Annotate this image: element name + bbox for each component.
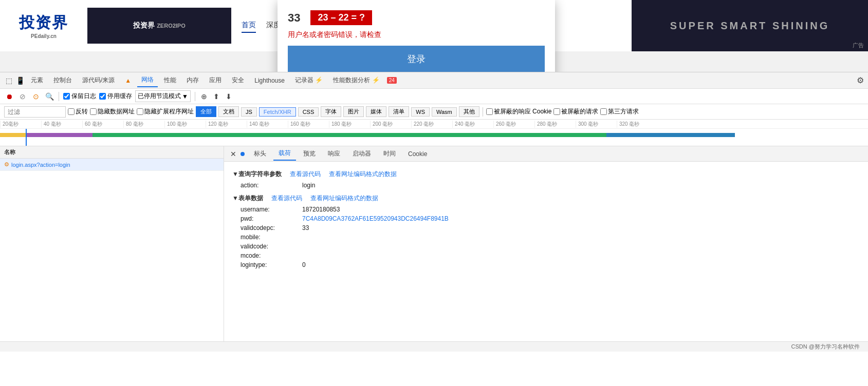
request-detail: ✕ 标头 载荷 预览 响应 启动器 时间 Cookie ▼查询字符串参数 查看源…: [224, 146, 868, 341]
login-button[interactable]: 登录: [288, 46, 545, 72]
throttle-dropdown[interactable]: 已停用节流模式 ▼: [135, 90, 191, 102]
tab-memory[interactable]: 内存: [182, 74, 203, 87]
form-logintype-key: logintype:: [241, 261, 302, 268]
row-icon: ⚙: [4, 161, 9, 168]
clear-button[interactable]: ⊘: [17, 91, 28, 102]
third-party-label[interactable]: 第三方请求: [600, 107, 639, 116]
tab-application[interactable]: 应用: [205, 74, 226, 87]
preserve-log-label[interactable]: 保留日志: [63, 92, 96, 101]
type-css[interactable]: CSS: [298, 107, 319, 117]
type-fetch-xhr[interactable]: Fetch/XHR: [259, 107, 296, 117]
type-wasm[interactable]: Wasm: [432, 107, 457, 117]
blocked-cookie-label[interactable]: 被屏蔽的响应 Cookie: [486, 107, 552, 116]
tab-sources[interactable]: 源代码/来源: [78, 74, 119, 87]
mark-300: 300 毫秒: [576, 121, 617, 128]
query-encoded-link[interactable]: 查看网址编码格式的数据: [329, 170, 397, 179]
error-badge: 24: [387, 77, 397, 84]
tab-network[interactable]: 网络: [137, 73, 158, 87]
tab-elements[interactable]: 元素: [27, 74, 47, 87]
network-header: 名称: [0, 146, 224, 159]
col-name-header: 名称: [0, 148, 224, 156]
blocked-req-checkbox[interactable]: [553, 108, 560, 115]
bar-yellow: [0, 133, 26, 137]
preserve-log-checkbox[interactable]: [63, 93, 70, 100]
blocked-cookie-checkbox[interactable]: [486, 108, 493, 115]
type-doc[interactable]: 文档: [218, 106, 239, 117]
nav-tab-home[interactable]: 首页: [242, 18, 256, 33]
disable-cache-label[interactable]: 停用缓存: [99, 92, 132, 101]
form-section-header: ▼表单数据 查看源代码 查看网址编码格式的数据: [232, 194, 860, 203]
type-font[interactable]: 字体: [321, 106, 341, 117]
close-button[interactable]: ✕: [228, 149, 238, 159]
settings-gear-icon[interactable]: ⚙: [857, 75, 864, 85]
type-manifest[interactable]: 清单: [389, 106, 409, 117]
separator-3: [483, 107, 483, 117]
tab-lighthouse[interactable]: Lighthouse: [250, 75, 289, 86]
form-username-value: 18720180853: [302, 206, 340, 213]
tab-header[interactable]: 标头: [249, 147, 271, 160]
throttle-text: 已停用节流模式: [138, 92, 181, 101]
form-source-link[interactable]: 查看源代码: [271, 194, 302, 203]
detail-content: ▼查询字符串参数 查看源代码 查看网址编码格式的数据 action: login…: [224, 162, 868, 274]
form-encoded-link[interactable]: 查看网址编码格式的数据: [310, 194, 378, 203]
invert-checkbox[interactable]: [68, 108, 75, 115]
upload-icon[interactable]: ⬆: [212, 92, 221, 101]
query-source-link[interactable]: 查看源代码: [290, 170, 321, 179]
network-row[interactable]: ⚙ login.aspx?action=login: [0, 159, 224, 171]
tab-initiator[interactable]: 启动器: [347, 147, 376, 160]
device-icon[interactable]: 📱: [15, 76, 25, 85]
mark-40: 40 毫秒: [41, 121, 82, 128]
form-mobile-key: mobile:: [241, 234, 302, 241]
type-js[interactable]: JS: [241, 107, 257, 117]
type-media[interactable]: 媒体: [366, 106, 386, 117]
tab-console[interactable]: 控制台: [49, 74, 76, 87]
mark-60: 60 毫秒: [82, 121, 123, 128]
download-icon[interactable]: ⬇: [224, 92, 233, 101]
tab-performance[interactable]: 性能: [160, 74, 180, 87]
bottom-bar: CSDN @努力学习名种软件: [0, 341, 868, 352]
form-pwd-value: 7C4A8D09CA3762AF61E59520943DC26494F8941B: [302, 215, 449, 222]
banner-area: 投资界 ZERO2IPO: [87, 8, 231, 44]
filter-input[interactable]: [4, 106, 66, 118]
disable-cache-text: 停用缓存: [107, 92, 132, 101]
tab-preview[interactable]: 预览: [298, 147, 321, 160]
tab-security[interactable]: 安全: [228, 74, 248, 87]
invert-text: 反转: [76, 107, 88, 116]
tab-response[interactable]: 响应: [323, 147, 345, 160]
tab-recorder[interactable]: 记录器 ⚡: [291, 74, 327, 87]
hide-ext-url-label[interactable]: 隐藏扩展程序网址: [137, 107, 194, 116]
hide-data-url-label[interactable]: 隐藏数据网址: [90, 107, 135, 116]
mark-100: 100 毫秒: [164, 121, 206, 128]
hide-ext-url-checkbox[interactable]: [137, 108, 143, 115]
error-message: 用户名或者密码错误，请检查: [288, 30, 545, 40]
tab-perf-analysis[interactable]: 性能数据分析 ⚡: [329, 74, 383, 87]
preserve-log-text: 保留日志: [71, 92, 96, 101]
cursor-icon[interactable]: ⬚: [4, 76, 13, 85]
type-img[interactable]: 图片: [343, 106, 364, 117]
invert-label[interactable]: 反转: [68, 107, 88, 116]
mark-260: 260 毫秒: [493, 121, 534, 128]
captcha-number: 33: [288, 11, 300, 25]
search-button[interactable]: 🔍: [44, 91, 54, 102]
hide-data-url-checkbox[interactable]: [90, 108, 97, 115]
query-toggle[interactable]: ▼查询字符串参数: [232, 170, 282, 179]
type-other[interactable]: 其他: [459, 106, 479, 117]
disable-cache-checkbox[interactable]: [99, 93, 106, 100]
type-filter-row: 反转 隐藏数据网址 隐藏扩展程序网址 全部 文档 JS Fetch/XHR CS…: [0, 104, 868, 120]
banner-text: 投资界 ZERO2IPO: [133, 21, 186, 30]
mark-80: 80 毫秒: [123, 121, 164, 128]
tab-cookie[interactable]: Cookie: [403, 148, 432, 160]
third-party-checkbox[interactable]: [600, 108, 607, 115]
type-ws[interactable]: WS: [411, 107, 430, 117]
record-button[interactable]: ⏺: [4, 91, 14, 102]
type-all[interactable]: 全部: [196, 106, 216, 117]
tab-timing[interactable]: 时间: [378, 147, 401, 160]
tab-payload[interactable]: 载荷: [273, 147, 296, 161]
timeline-bars: [0, 129, 868, 146]
form-toggle[interactable]: ▼表单数据: [232, 194, 263, 203]
wifi-icon[interactable]: ⊕: [199, 92, 209, 101]
form-param-logintype: logintype: 0: [232, 260, 860, 269]
filter-button[interactable]: ⊙: [31, 91, 41, 102]
blocked-req-label[interactable]: 被屏蔽的请求: [553, 107, 598, 116]
form-param-mobile: mobile:: [232, 233, 860, 242]
